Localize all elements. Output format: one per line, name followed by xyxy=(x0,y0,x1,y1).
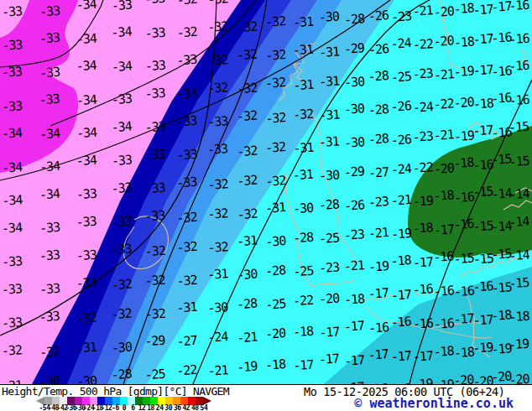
temperature-value: -17 xyxy=(412,348,433,365)
temperature-value: -19 xyxy=(453,64,474,81)
temperature-value: -23 xyxy=(343,226,364,243)
temperature-value: -23 xyxy=(412,128,433,145)
temperature-value: -29 xyxy=(343,40,364,57)
temperature-value: -30 xyxy=(76,373,96,384)
temperature-value: -32 xyxy=(265,47,286,64)
temperature-value: -14 xyxy=(509,247,529,264)
temperature-value: -15 xyxy=(509,119,529,136)
temperature-value: -24 xyxy=(390,161,411,178)
temperature-value: -15 xyxy=(472,184,493,200)
temperature-value: -33 xyxy=(144,119,165,136)
temperature-value: -33 xyxy=(207,113,228,130)
temperature-value: -28 xyxy=(368,101,389,118)
temperature-value: -33 xyxy=(39,309,60,325)
temperature-value: -33 xyxy=(111,0,132,13)
temperature-value: -18 xyxy=(433,187,454,204)
temperature-value: -19 xyxy=(412,193,433,210)
scale-label: 30 xyxy=(164,404,172,411)
temperature-value: -17 xyxy=(319,324,340,341)
map-canvas: -33-33-34-33-33-32-32-32-32-32-31-29-27-… xyxy=(0,0,532,384)
temperature-value: -22 xyxy=(292,293,313,310)
temperature-value: -31 xyxy=(293,77,314,94)
temperature-value: -17 xyxy=(390,348,411,365)
temperature-value: -18 xyxy=(453,345,474,362)
temperature-value: -16 xyxy=(368,320,389,336)
temperature-value: -30 xyxy=(265,233,286,250)
temperature-value: -30 xyxy=(39,373,60,384)
weather-map-page: -33-33-34-33-33-32-32-32-32-32-31-29-27-… xyxy=(0,0,532,411)
temperature-value: -18 xyxy=(433,343,454,360)
temperature-value: -18 xyxy=(453,34,474,51)
scale-label: -6 xyxy=(112,404,119,411)
temperature-value: -32 xyxy=(237,47,258,64)
temperature-value: -34 xyxy=(39,126,60,143)
temperature-value: -21 xyxy=(343,258,364,274)
temperature-value: -32 xyxy=(265,0,286,3)
temperature-value: -32 xyxy=(207,206,228,222)
copyright-link[interactable]: © weatheronline.co.uk xyxy=(354,396,514,411)
temperature-value: -32 xyxy=(207,52,228,69)
temperature-value: -17 xyxy=(368,285,389,302)
temperature-value: -32 xyxy=(237,81,258,97)
temperature-value: -21 xyxy=(368,225,389,242)
temperature-value: -31 xyxy=(264,200,285,216)
temperature-value: -32 xyxy=(237,173,258,190)
temperature-value: -32 xyxy=(237,143,258,160)
temperature-value: -21 xyxy=(433,127,454,143)
temperature-value: -25 xyxy=(319,230,340,247)
temperature-value: -33 xyxy=(111,180,132,197)
temperature-value: -22 xyxy=(412,36,433,53)
temperature-value: -34 xyxy=(2,192,23,209)
temperature-value: -32 xyxy=(207,18,228,35)
temperature-value: -33 xyxy=(207,141,228,158)
temperature-value: -32 xyxy=(176,210,197,226)
temperature-value: -26 xyxy=(343,197,364,214)
temperature-value: -17 xyxy=(390,287,411,304)
temperature-value: -32 xyxy=(176,239,197,256)
temperature-value: -30 xyxy=(293,200,314,217)
temperature-grid: -33-33-34-33-33-32-32-32-32-32-31-29-27-… xyxy=(0,0,532,384)
temperature-value: -19 xyxy=(237,359,258,376)
temperature-value: -32 xyxy=(207,80,228,96)
temperature-value: -18 xyxy=(453,1,474,18)
temperature-value: -22 xyxy=(176,362,197,379)
temperature-value: -25 xyxy=(265,296,286,313)
temperature-value: -25 xyxy=(293,263,314,280)
temperature-value: -32 xyxy=(207,0,228,8)
temperature-value: -26 xyxy=(390,98,411,115)
temperature-value: -28 xyxy=(237,296,258,313)
temperature-value: -31 xyxy=(318,73,339,90)
temperature-value: -17 xyxy=(412,254,433,271)
temperature-value: -32 xyxy=(111,277,132,294)
temperature-value: -30 xyxy=(111,340,132,356)
scale-label: 42 xyxy=(182,404,190,411)
temperature-value: -17 xyxy=(343,318,364,335)
temperature-value: -31 xyxy=(293,14,314,31)
temperature-value: -28 xyxy=(343,11,364,28)
temperature-value: -30 xyxy=(344,74,365,91)
temperature-value: -33 xyxy=(1,3,22,20)
temperature-value: -33 xyxy=(1,281,22,298)
temperature-value: -31 xyxy=(2,377,23,384)
temperature-value: -14 xyxy=(509,214,529,231)
temperature-value: -31 xyxy=(292,167,313,184)
temperature-value: -33 xyxy=(144,147,165,164)
temperature-value: -33 xyxy=(39,281,60,298)
temperature-value: -21 xyxy=(390,192,411,209)
temperature-value: -33 xyxy=(144,86,165,102)
temperature-value: -31 xyxy=(237,233,258,250)
temperature-value: -33 xyxy=(76,247,96,264)
temperature-value: -17 xyxy=(343,352,364,369)
temperature-value: -33 xyxy=(39,247,60,264)
temperature-value: -32 xyxy=(265,139,286,156)
temperature-value: -33 xyxy=(176,174,197,191)
temperature-value: -21 xyxy=(433,66,454,83)
temperature-value: -27 xyxy=(176,333,197,350)
temperature-value: -28 xyxy=(318,196,339,213)
temperature-value: -20 xyxy=(433,3,454,20)
temperature-value: -33 xyxy=(176,147,197,164)
temperature-value: -19 xyxy=(509,336,529,353)
temperature-value: -33 xyxy=(144,208,165,225)
temperature-value: -34 xyxy=(76,0,96,13)
temperature-value: -34 xyxy=(1,159,22,176)
